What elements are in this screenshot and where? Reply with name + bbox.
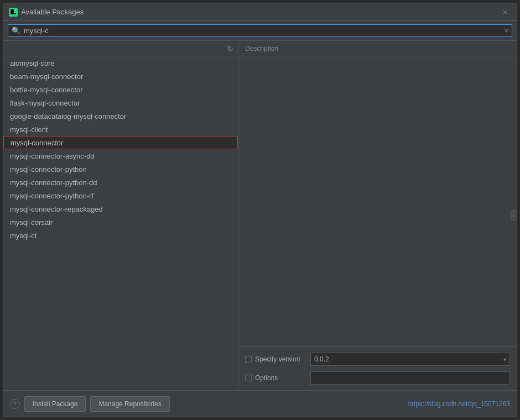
version-dropdown[interactable]: 0.0.2 ▾ <box>310 353 510 366</box>
close-button[interactable]: × <box>499 6 511 18</box>
package-item[interactable]: bottle-mysql-connector <box>3 83 238 96</box>
title-bar: Available Packages × <box>3 3 517 21</box>
package-item[interactable]: flask-mysql-connector <box>3 96 238 109</box>
install-package-button[interactable]: Install Package <box>24 396 86 412</box>
left-panel: ↻ aiomysql-corebeam-mysql-connectorbottl… <box>3 41 238 390</box>
search-wrapper: 🔍 × <box>8 24 512 37</box>
pycharm-icon <box>9 8 18 17</box>
search-bar: 🔍 × <box>3 21 517 41</box>
svg-rect-2 <box>11 13 16 14</box>
package-item[interactable]: mysql-corsair <box>3 216 238 229</box>
manage-repositories-button[interactable]: Manage Repositories <box>90 396 169 412</box>
package-item[interactable]: google-datacatalog-mysql-connector <box>3 109 238 123</box>
dropdown-arrow-icon: ▾ <box>503 356 506 363</box>
options-row: Options <box>245 370 510 386</box>
package-item[interactable]: mysql-connector-python-rf <box>3 189 238 202</box>
package-list: aiomysql-corebeam-mysql-connectorbottle-… <box>3 56 238 390</box>
specify-version-label: Specify version <box>245 355 306 363</box>
description-label: Description <box>245 45 278 53</box>
specify-version-checkbox[interactable] <box>245 356 252 363</box>
package-item[interactable]: mysql-connector-async-dd <box>3 149 238 162</box>
package-item[interactable]: mysql-connector-python-dd <box>3 176 238 189</box>
package-item[interactable]: mysql-connector <box>3 136 238 149</box>
description-area <box>238 56 517 347</box>
options-checkbox[interactable] <box>245 375 252 381</box>
package-item[interactable]: mysql-ct <box>3 229 238 242</box>
options-input[interactable] <box>310 371 510 385</box>
version-value: 0.0.2 <box>314 355 329 363</box>
package-item[interactable]: aiomysql-core <box>3 56 238 70</box>
options-label: Options <box>245 374 306 382</box>
version-row: Specify version 0.0.2 ▾ <box>245 351 510 367</box>
dialog-title: Available Packages <box>21 8 84 16</box>
right-panel-footer: Specify version 0.0.2 ▾ Options <box>238 347 517 390</box>
package-item[interactable]: beam-mysql-connector <box>3 70 238 83</box>
package-item[interactable]: mysql-connector-repackaged <box>3 202 238 216</box>
refresh-icon[interactable]: ↻ <box>225 43 236 54</box>
svg-rect-1 <box>11 9 14 13</box>
left-panel-header: ↻ <box>3 41 238 56</box>
title-bar-left: Available Packages <box>9 8 84 17</box>
right-panel: Description › Specify version 0.0.2 ▾ <box>238 41 517 390</box>
description-header: Description <box>238 41 517 56</box>
search-icon: 🔍 <box>12 27 20 35</box>
main-area: ↻ aiomysql-corebeam-mysql-connectorbottl… <box>3 41 517 390</box>
expand-arrow[interactable]: › <box>510 210 517 221</box>
search-input[interactable] <box>24 27 501 35</box>
available-packages-dialog: Available Packages × 🔍 × ↻ aiomysql-core… <box>3 3 517 417</box>
footer-buttons: ? Install Package Manage Repositories <box>10 396 170 412</box>
footer-url: https://blog.csdn.net/qq_15071263 <box>408 400 510 408</box>
help-icon[interactable]: ? <box>10 399 20 409</box>
dialog-footer: ? Install Package Manage Repositories ht… <box>3 390 517 417</box>
package-item[interactable]: mysql-connector-python <box>3 162 238 176</box>
search-clear-button[interactable]: × <box>504 27 508 35</box>
package-item[interactable]: mysql-client <box>3 123 238 136</box>
